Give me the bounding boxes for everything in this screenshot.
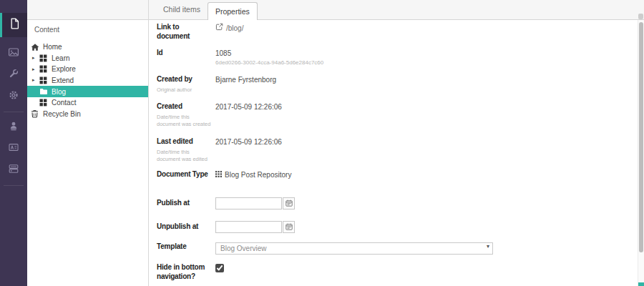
tree-item-explore[interactable]: ▸ Explore bbox=[27, 64, 148, 75]
gear-icon bbox=[8, 89, 19, 104]
document-type-value: Blog Post Repository bbox=[225, 170, 291, 179]
sidebar-item-settings[interactable] bbox=[0, 64, 27, 86]
property-row-created: Created Date/time this document was crea… bbox=[157, 102, 638, 137]
app-sidebar bbox=[0, 0, 27, 286]
expand-arrow-icon[interactable]: ▸ bbox=[31, 66, 39, 72]
tree-item-label: Learn bbox=[49, 54, 70, 62]
property-label: Document Type bbox=[157, 170, 213, 179]
property-label: Id bbox=[157, 49, 213, 58]
item-arrangement-icon bbox=[215, 170, 222, 179]
property-row-created-by: Created by Original author Bjarne Fyrste… bbox=[157, 75, 638, 102]
media-icon bbox=[8, 46, 19, 61]
editor-tab-bar: Child items Properties bbox=[27, 0, 644, 20]
tree-section-title: Content bbox=[27, 24, 148, 34]
external-link-icon bbox=[215, 23, 223, 33]
last-edited-value: 2017-05-09 12:26:06 bbox=[215, 137, 282, 147]
property-label: Link to document bbox=[157, 23, 213, 41]
hide-in-bottom-navigation-checkbox[interactable] bbox=[215, 264, 224, 272]
user-icon bbox=[8, 120, 19, 134]
tree-item-label: Explore bbox=[49, 65, 76, 73]
sidebar-item-content[interactable] bbox=[0, 13, 27, 37]
property-label: Unpublish at bbox=[157, 222, 213, 232]
property-label: Hide in bottom navigation? bbox=[157, 263, 213, 281]
sidebar-item-users[interactable] bbox=[0, 117, 27, 138]
sidebar-divider bbox=[4, 112, 24, 112]
property-label: Publish at bbox=[157, 199, 213, 208]
wrench-icon bbox=[8, 68, 19, 82]
scrollbar-thumb[interactable] bbox=[639, 22, 643, 252]
tab-child-items[interactable]: Child items bbox=[156, 1, 208, 16]
grid-icon bbox=[39, 54, 49, 62]
calendar-icon bbox=[286, 198, 293, 209]
property-label: Created bbox=[157, 102, 213, 112]
unpublish-at-calendar-button[interactable] bbox=[283, 221, 295, 233]
tree-item-label: Extend bbox=[49, 77, 74, 84]
grid-icon bbox=[39, 65, 49, 73]
document-link[interactable]: /blog/ bbox=[215, 23, 243, 33]
document-id: 1085 bbox=[215, 49, 323, 58]
tree-item-blog[interactable]: Blog bbox=[27, 86, 148, 97]
property-row-template: Template Blog Overview ▾ bbox=[157, 241, 638, 263]
tree-item-label: Blog bbox=[49, 88, 66, 96]
tree-item-label: Home bbox=[41, 43, 62, 51]
id-card-icon bbox=[8, 142, 19, 156]
trash-icon bbox=[31, 109, 41, 118]
document-url: /blog/ bbox=[226, 24, 243, 33]
tree-item-learn[interactable]: ▸ Learn bbox=[27, 53, 148, 64]
document-guid: 6ded0266-3002-4cca-94a6-5d6e284c7c60 bbox=[215, 59, 323, 66]
document-icon bbox=[9, 18, 20, 32]
property-description: Date/time this document was edited bbox=[157, 149, 213, 164]
tree-item-home[interactable]: Home bbox=[27, 41, 148, 53]
scrollbar-track[interactable] bbox=[638, 20, 644, 286]
home-icon bbox=[31, 43, 41, 51]
scrollbar-up-button[interactable] bbox=[638, 14, 643, 19]
property-row-last-edited: Last edited Date/time this document was … bbox=[157, 137, 638, 170]
property-label: Created by bbox=[157, 75, 213, 84]
sidebar-item-media[interactable] bbox=[0, 43, 27, 64]
property-row-id: Id 1085 6ded0266-3002-4cca-94a6-5d6e284c… bbox=[157, 49, 638, 75]
publish-at-input[interactable] bbox=[215, 197, 282, 209]
calendar-icon bbox=[286, 222, 293, 232]
grid-icon bbox=[39, 77, 49, 84]
tree-item-extend[interactable]: ▸ Extend bbox=[27, 75, 148, 87]
content-tree: Content Home ▸ Learn ▸ Explore ▸ bbox=[27, 20, 148, 286]
property-description: Original author bbox=[157, 87, 213, 94]
property-row-publish-at: Publish at bbox=[157, 197, 638, 221]
property-label: Last edited bbox=[157, 137, 213, 147]
property-row-document-type: Document Type Blog Post Repository bbox=[157, 170, 638, 197]
sidebar-item-members[interactable] bbox=[0, 138, 27, 159]
created-value: 2017-05-09 12:26:06 bbox=[215, 102, 282, 112]
scrollbar-corner bbox=[638, 282, 644, 286]
tree-item-label: Contact bbox=[49, 99, 76, 107]
sidebar-divider bbox=[4, 185, 24, 186]
template-select[interactable]: Blog Overview bbox=[215, 242, 493, 255]
property-label: Template bbox=[157, 242, 213, 252]
tree-item-label: Recycle Bin bbox=[41, 110, 81, 118]
property-row-link-to-document: Link to document /blog/ bbox=[157, 23, 638, 49]
sidebar-item-forms[interactable] bbox=[0, 159, 27, 181]
server-icon bbox=[8, 163, 19, 177]
created-by-value: Bjarne Fyrstenborg bbox=[215, 75, 276, 84]
expand-arrow-icon[interactable]: ▸ bbox=[31, 77, 39, 83]
panel-divider bbox=[148, 0, 149, 286]
folder-icon bbox=[39, 87, 49, 96]
tree-item-contact[interactable]: Contact bbox=[27, 97, 148, 109]
sidebar-item-developer[interactable] bbox=[0, 86, 27, 107]
umbraco-backoffice: Child items Properties Content Home ▸ Le… bbox=[0, 0, 644, 286]
property-row-hide-in-bottom-navigation: Hide in bottom navigation? bbox=[157, 263, 638, 281]
unpublish-at-input[interactable] bbox=[215, 221, 282, 233]
expand-arrow-icon[interactable]: ▸ bbox=[31, 55, 39, 61]
tree-item-recycle-bin[interactable]: Recycle Bin bbox=[27, 109, 148, 120]
grid-icon bbox=[39, 99, 49, 107]
publish-at-calendar-button[interactable] bbox=[283, 197, 295, 209]
tab-properties[interactable]: Properties bbox=[208, 2, 258, 20]
properties-panel: Link to document /blog/ Id 1085 6ded0266… bbox=[149, 20, 638, 286]
property-row-unpublish-at: Unpublish at bbox=[157, 221, 638, 241]
property-description: Date/time this document was created bbox=[157, 114, 213, 129]
